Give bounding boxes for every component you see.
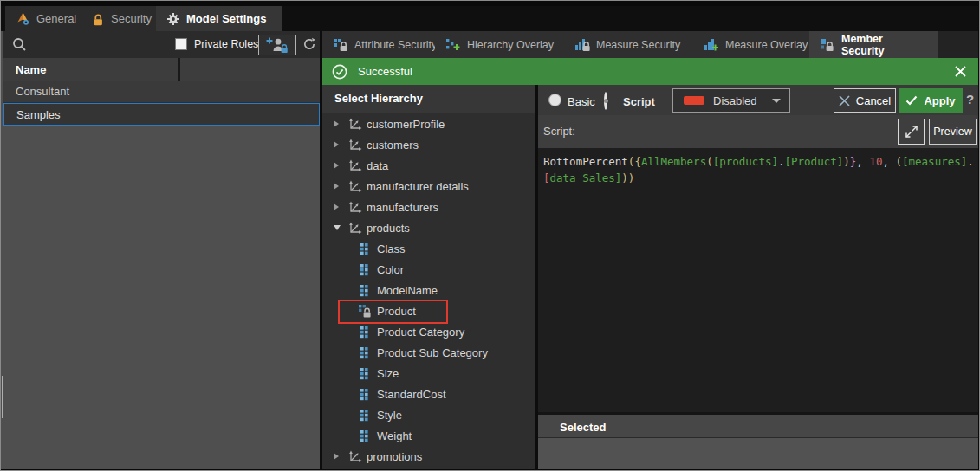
hierarchy-icon (346, 222, 363, 235)
tree-item-label: customers (367, 139, 419, 152)
cancel-x-icon (839, 95, 850, 106)
attribute-grid-icon (356, 387, 373, 401)
code-token: [Product] (785, 155, 844, 168)
attribute-grid-icon (356, 283, 373, 297)
roles-toolbar: Private Roles (3, 31, 320, 58)
tree-item-standardcost[interactable]: StandardCost (322, 384, 535, 404)
code-token: { (634, 155, 641, 168)
tree-item-size[interactable]: Size (322, 363, 535, 384)
script-editor[interactable]: BottomPercent({AllMembers([products].[Pr… (538, 148, 978, 409)
apply-check-icon (905, 95, 918, 106)
tree-item-data[interactable]: data (322, 155, 535, 176)
security-tab-bar: Attribute SecurityHierarchy OverlayMeasu… (322, 31, 978, 58)
tab-label: Measure Security (596, 39, 680, 51)
tree-item-product-sub-category[interactable]: Product Sub Category (322, 342, 535, 363)
expand-icon (904, 124, 919, 139)
code-token: 10 (869, 155, 882, 168)
window-frame-top (1, 1, 979, 6)
hierarchy-icon (346, 180, 363, 193)
hierarchy-icon (346, 118, 363, 131)
tree-item-weight[interactable]: Weight (322, 425, 535, 446)
tree-item-manufacturer-details[interactable]: manufacturer details (322, 176, 535, 197)
tree-item-color[interactable]: Color (322, 259, 535, 280)
top-tab-label: Model Settings (186, 12, 266, 25)
tree-item-label: Product Category (377, 326, 464, 339)
attribute-grid-icon (356, 242, 373, 255)
close-icon[interactable] (954, 65, 967, 78)
chevron-collapsed-icon[interactable] (334, 120, 346, 127)
tree-item-manufacturers[interactable]: manufacturers (322, 197, 535, 217)
tree-item-label: ModelName (377, 284, 438, 297)
apply-button[interactable]: Apply (899, 88, 963, 113)
chevron-collapsed-icon[interactable] (334, 141, 346, 148)
tree-item-label: Style (377, 409, 402, 422)
tree-item-products[interactable]: products (322, 217, 535, 238)
status-dropdown[interactable]: Disabled (672, 88, 790, 113)
top-tab-label: Security (111, 12, 152, 25)
top-tab-model-settings[interactable]: Model Settings (156, 6, 282, 31)
chevron-collapsed-icon[interactable] (334, 203, 346, 210)
bars-lock-icon (574, 38, 590, 52)
bars-plus-icon (704, 38, 719, 52)
role-row-consultant[interactable]: Consultant (3, 81, 320, 103)
chevron-collapsed-icon[interactable] (334, 453, 346, 460)
expand-script-button[interactable] (898, 119, 925, 145)
user-add-lock-icon (265, 37, 289, 53)
refresh-icon[interactable] (302, 37, 316, 51)
tree-item-customerprofile[interactable]: customerProfile (322, 113, 535, 134)
search-icon[interactable] (12, 37, 27, 52)
hierarchy-tree: customerProfilecustomersdatamanufacturer… (322, 113, 535, 469)
hierarchy-icon (346, 159, 363, 172)
tab-label: Hierarchy Overlay (467, 39, 554, 51)
left-scrollbar-thumb[interactable] (2, 376, 3, 418)
script-radio[interactable] (604, 92, 607, 110)
help-button[interactable]: ? (966, 92, 974, 106)
script-label: Script: (543, 125, 575, 138)
tree-item-promotions[interactable]: promotions (322, 446, 535, 467)
attribute-grid-icon (356, 325, 373, 339)
add-private-role-button[interactable] (258, 35, 296, 55)
roles-panel: Private Roles Name ConsultantSamples (3, 31, 320, 469)
tree-item-customers[interactable]: customers (322, 134, 535, 155)
role-name: Consultant (16, 85, 69, 98)
tree-item-product[interactable]: Product (322, 300, 535, 321)
preview-label: Preview (933, 126, 971, 138)
tab-measure-security[interactable]: Measure Security (564, 31, 715, 58)
chevron-collapsed-icon[interactable] (334, 183, 346, 190)
code-token: ( (706, 155, 713, 168)
tree-item-label: customerProfile (367, 118, 445, 131)
code-token: [measures] (902, 155, 967, 168)
basic-radio[interactable] (548, 94, 561, 106)
status-banner: Successful (322, 58, 978, 85)
preview-button[interactable]: Preview (929, 119, 977, 145)
private-roles-checkbox[interactable] (175, 38, 187, 50)
code-token: ( (895, 155, 902, 168)
chevron-down-icon (772, 99, 781, 107)
pyramid-icon (16, 11, 30, 26)
cancel-button[interactable]: Cancel (834, 88, 896, 113)
tree-item-modelname[interactable]: ModelName (322, 280, 535, 300)
lock-orange-icon (91, 12, 105, 26)
tab-member-security[interactable]: Member Security (809, 31, 938, 58)
code-token: ) (843, 155, 850, 168)
tree-item-label: Weight (377, 429, 412, 442)
code-token: )) (621, 171, 634, 184)
role-row-samples[interactable]: Samples (3, 103, 320, 126)
banner-text: Successful (358, 65, 412, 78)
column-header-name[interactable]: Name (16, 63, 46, 76)
chevron-expanded-icon[interactable] (334, 225, 346, 230)
tree-item-product-category[interactable]: Product Category (322, 321, 535, 342)
tree-item-style[interactable]: Style (322, 404, 535, 425)
tree-item-class[interactable]: Class (322, 238, 535, 259)
tree-item-label: Product Sub Category (377, 346, 488, 359)
code-token: , (882, 155, 895, 168)
code-line: BottomPercent({AllMembers([products].[Pr… (543, 153, 974, 170)
tree-item-label: promotions (367, 450, 422, 463)
hierarchy-panel: Select Hierarchy customerProfilecustomer… (322, 85, 535, 469)
tab-hierarchy-overlay[interactable]: Hierarchy Overlay (435, 31, 586, 58)
tree-item-label: Class (377, 242, 406, 255)
script-radio-label: Script (623, 95, 655, 108)
nodes-plus-icon (445, 38, 461, 52)
basic-radio-label: Basic (568, 95, 595, 108)
chevron-collapsed-icon[interactable] (334, 162, 346, 169)
